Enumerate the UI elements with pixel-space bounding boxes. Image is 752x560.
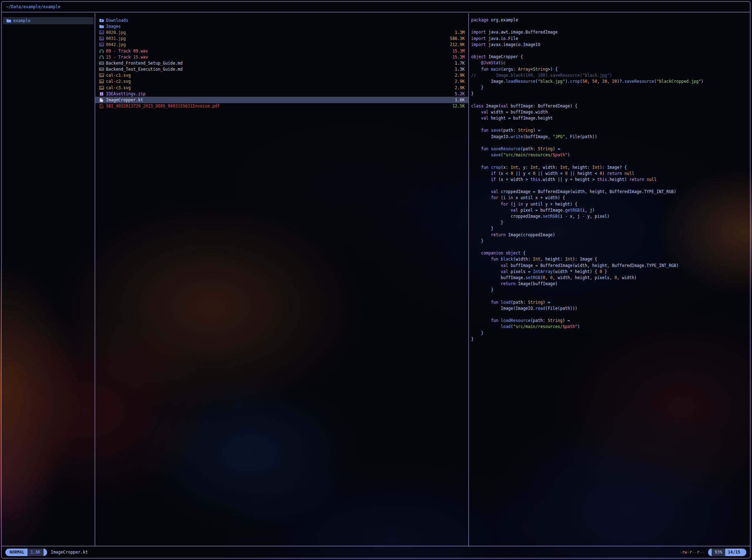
- file-row[interactable]: 15 - Track 15.wav15.3M: [95, 54, 468, 60]
- code-line: return Image(croppedImage): [471, 232, 750, 238]
- parent-dir-row[interactable]: example: [3, 17, 94, 24]
- file-size: 2.9K: [455, 85, 465, 90]
- image-icon: [99, 36, 104, 41]
- folder-icon: [99, 24, 104, 29]
- code-line: [471, 183, 750, 189]
- code-line: [471, 293, 750, 299]
- file-name: cal-c2.svg: [106, 79, 453, 84]
- file-name: 0031.jpg: [106, 36, 448, 41]
- code-line: // Image.black(100, 100).saveResource("b…: [471, 72, 750, 79]
- file-row[interactable]: 0031.jpg586.3K: [95, 36, 468, 42]
- code-line: val height = buffImage.height: [471, 115, 750, 121]
- markdown-icon: [99, 61, 104, 65]
- code-line: fun load(path: String) =: [471, 299, 750, 306]
- file-size: 1.3M: [455, 30, 465, 35]
- folder-icon: [6, 19, 11, 23]
- code-line: @JvmStatic: [471, 60, 750, 66]
- file-row[interactable]: ImageCropper.kt1.6K: [95, 97, 468, 103]
- code-line: val pixels = IntArray(width * height) { …: [471, 269, 750, 275]
- pdf-icon: [99, 104, 104, 109]
- file-row[interactable]: Backend_Frontend_Setup_Guide.md1.7K: [95, 60, 468, 66]
- image-icon: [99, 85, 104, 90]
- file-size: 586.3K: [450, 36, 465, 41]
- image-icon: [99, 30, 104, 35]
- code-line: import java.awt.image.BufferedImage: [471, 29, 750, 35]
- file-size: 5.2K: [455, 91, 465, 96]
- code-line: return Image(buffImage): [471, 281, 750, 287]
- image-icon: [99, 42, 104, 47]
- file-list-pane: DownloadsImages0028.jpg1.3M0031.jpg586.3…: [95, 13, 469, 546]
- mode-size-segment: NORMAL 1.6K: [5, 549, 47, 556]
- markdown-icon: [99, 67, 104, 72]
- code-line: val buffImage = BufferedImage(width, hei…: [471, 263, 750, 269]
- file-name: IDEAsettings.zip: [106, 91, 453, 96]
- code-line: }: [471, 238, 750, 244]
- powerline-left-cap: [708, 549, 712, 556]
- code-line: Image.loadResource("black.jpg").crop(50,…: [471, 79, 750, 85]
- file-name: Backend_Frontend_Setup_Guide.md: [106, 61, 453, 66]
- code-line: }: [471, 91, 750, 97]
- file-name: Backend_Test_Execution_Guide.md: [106, 67, 453, 72]
- file-name: Images: [106, 24, 463, 29]
- file-size: 12.5K: [452, 104, 465, 109]
- code-line: croppedImage.setRGB(i - x, j - y, pixel): [471, 213, 750, 220]
- folder-download-icon: [99, 18, 104, 22]
- code-line: import java.io.File: [471, 36, 750, 42]
- code-line: [471, 97, 750, 103]
- code-line: [471, 23, 750, 29]
- file-size: 1.7K: [455, 61, 465, 66]
- code-line: class Image(val buffImage: BufferedImage…: [471, 103, 750, 109]
- file-size: 15.3M: [452, 49, 465, 54]
- code-line: for (j in y until y + height) {: [471, 201, 750, 207]
- parent-pane: example: [2, 13, 95, 546]
- file-name: cal-c3.svg: [106, 85, 453, 90]
- code-line: }: [471, 287, 750, 293]
- code-line: val croppedImage = BufferedImage(width, …: [471, 189, 750, 195]
- preview-pane: package org.example import java.awt.imag…: [469, 13, 750, 546]
- mode-badge: NORMAL: [9, 549, 27, 556]
- powerline-left-cap: [5, 549, 9, 556]
- image-icon: [99, 79, 104, 84]
- yazi-window: ~/Data/example/example example Downloads…: [1, 1, 751, 559]
- code-line: }: [471, 226, 750, 232]
- code-line: fun loadResource(path: String) =: [471, 318, 750, 324]
- code-line: [471, 158, 750, 164]
- file-row[interactable]: cal-c2.svg2.9K: [95, 79, 468, 85]
- code-line: val pixel = buffImage.getRGB(i, j): [471, 207, 750, 213]
- code-line: if (x + width > this.width || y + height…: [471, 177, 750, 183]
- file-row[interactable]: 0042.jpg212.9K: [95, 42, 468, 48]
- cursor-position-badge: 14/15: [725, 549, 743, 556]
- status-right-group: -rw-r--r-- 93% 14/15: [680, 549, 746, 556]
- code-line: [471, 48, 750, 54]
- panes-container: example DownloadsImages0028.jpg1.3M0031.…: [2, 13, 750, 546]
- file-name: 09 - Track 09.wav: [106, 49, 450, 54]
- code-line: ImageIO.write(buffImage, "JPG", File(pat…: [471, 134, 750, 140]
- file-row[interactable]: SBI_0032013739_2023_DE05_0003155631Invoi…: [95, 103, 468, 109]
- file-name: ImageCropper.kt: [106, 97, 453, 102]
- file-name: 0042.jpg: [106, 42, 448, 47]
- code-line: }: [471, 330, 750, 336]
- parent-dir-name: example: [13, 18, 30, 23]
- code-line: save("src/main/resources/$path"): [471, 152, 750, 158]
- file-row[interactable]: cal-c3.svg2.9K: [95, 85, 468, 91]
- status-bar: NORMAL 1.6K ImageCropper.kt -rw-r--r-- 9…: [2, 546, 750, 558]
- file-row[interactable]: cal-c1.svg2.9K: [95, 72, 468, 79]
- file-row[interactable]: IDEAsettings.zip5.2K: [95, 91, 468, 97]
- code-line: [471, 312, 750, 318]
- archive-icon: [99, 91, 104, 96]
- file-row[interactable]: 09 - Track 09.wav15.3M: [95, 48, 468, 54]
- code-line: fun black(width: Int, height: Int): Imag…: [471, 256, 750, 262]
- file-size: 212.9K: [450, 42, 465, 47]
- file-row[interactable]: 0028.jpg1.3M: [95, 29, 468, 35]
- file-name: Downloads: [106, 18, 463, 23]
- code-line: }: [471, 336, 750, 342]
- file-row[interactable]: Images: [95, 23, 468, 29]
- code-line: val width = buffImage.width: [471, 109, 750, 115]
- file-name: 0028.jpg: [106, 30, 453, 35]
- image-icon: [99, 73, 104, 78]
- file-row[interactable]: Downloads: [95, 17, 468, 23]
- code-line: [471, 244, 750, 250]
- file-row[interactable]: Backend_Test_Execution_Guide.md1.3K: [95, 66, 468, 72]
- code-line: fun saveResource(path: String) =: [471, 146, 750, 152]
- code-line: companion object {: [471, 250, 750, 256]
